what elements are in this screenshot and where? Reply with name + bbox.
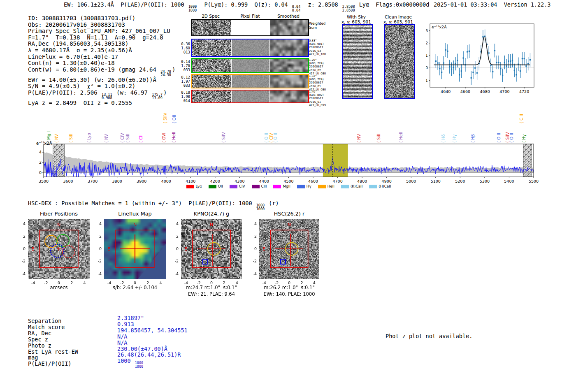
spec2d-right-label: Weighted Sum [309, 21, 335, 30]
svg-text:4: 4 [39, 150, 42, 154]
legend-label: Hγ [307, 184, 311, 188]
legend-label: CIII [261, 184, 267, 188]
spec2d-right-label: 1.40" (603, 892) 20200617 v016_01 427_LU… [309, 90, 335, 107]
clean-image-title: Clean Image [385, 14, 412, 19]
detection-info-block: ID: 3008831703 (3008831703.pdf)Obs: 2020… [28, 15, 175, 107]
svg-text:1: 1 [426, 53, 428, 58]
stacked-fraction: 10001000 [256, 204, 265, 211]
legend-item: (H)CaII [369, 184, 391, 188]
legend-item: (K)CaII [341, 184, 362, 188]
smoothed-image [270, 90, 308, 102]
match-row-label: Photo z [28, 343, 51, 349]
text-segment: 230.00(±47.00)Å [117, 346, 167, 352]
text-segment: λ = 4680.17Å σ = 2.35(±0.56)Å [28, 47, 132, 53]
spec2d-row [191, 58, 309, 73]
info-line: P(LAE)/P(OII): 2.506 13.110.908 (w: 46.9… [28, 90, 175, 100]
text-segment: P(Lyα): 0.999 Q(z): 0.04 [197, 1, 291, 8]
spec2d-right-label: 1.32" (600, 724) 20200617 v016_01 427_LU… [309, 74, 335, 91]
spec2d-row [191, 74, 309, 88]
svg-text:5000: 5000 [406, 179, 416, 183]
svg-text:2: 2 [39, 160, 42, 165]
text-segment: ) [163, 89, 167, 96]
legend-label: HeII [327, 184, 334, 188]
match-row-label: Spec z [28, 336, 48, 343]
info-line: ID: 3008831703 (3008831703.pdf) [28, 15, 175, 22]
text-segment: 194.856457, 54.304551 [117, 327, 188, 334]
stacked-fraction: 13.110.908 [102, 93, 112, 100]
text-segment: (r) [265, 200, 279, 206]
spec2d-row [191, 90, 309, 103]
cutout-title: HSC(26.2) r [274, 211, 305, 217]
match-row-value: 230.00(±47.00)Å [117, 346, 167, 352]
svg-text:4800: 4800 [357, 179, 367, 183]
svg-text:4500: 4500 [283, 179, 293, 183]
svg-text:5200: 5200 [455, 179, 465, 183]
line-fit-chart: -1012346404660468047004720e⁻¹⁷x2Å [426, 20, 538, 96]
match-row-value: 26.48(26.44,26.51)R [117, 352, 181, 358]
legend-swatch [252, 185, 260, 188]
svg-text:4720: 4720 [519, 89, 529, 94]
legend-label: Lyα [196, 184, 202, 188]
text-segment: 1000 [117, 357, 134, 364]
clean-image [384, 24, 415, 99]
text-segment: Obs: 20200617v016_3008831703 [28, 21, 125, 28]
legend-item: HeII [318, 184, 334, 188]
text-segment: Cont(w) = 6.80(±0.86)e-19 (gmag 24.64 [28, 66, 160, 73]
spec2d-image [192, 59, 231, 72]
svg-text:5400: 5400 [504, 179, 514, 183]
stacked-fraction: 24.7824.50 [160, 70, 171, 77]
axis-tick-label: 2 [93, 234, 102, 239]
legend-swatch [230, 185, 237, 188]
text-segment: F=1.7" T=0.138 N=1.11 A=0.90 g=24.8 [28, 34, 163, 41]
cutout-caption: arcsecs [50, 285, 67, 290]
pixelflat-image [232, 75, 269, 88]
svg-text:N: N [57, 222, 60, 227]
info-line: RA,Dec (194.856003,54.305138) [28, 41, 175, 47]
legend-label: (H)CaII [379, 184, 391, 188]
smoothed-image [270, 59, 308, 72]
stacked-fraction: 175.713.09 [152, 93, 163, 100]
svg-text:4000: 4000 [161, 179, 171, 183]
text-segment: EWr = 14.00(±5.30) (w: 26.00(±6.20))Å [28, 77, 156, 83]
legend-item: Lyα [186, 184, 202, 188]
info-line: S/N = 4.9(±0.5) χ² = 1.0(±0.2) [28, 83, 175, 90]
pixelflat-image [232, 59, 269, 72]
text-segment: 0.913 [117, 321, 134, 327]
photz-note: Phot z plot not available. [386, 333, 472, 339]
info-line: Cont(w) = 6.80(±0.86)e-19 (gmag 24.64 24… [28, 67, 175, 77]
cutout-caption: m:24.7 rc:1.0" s:0.1" [186, 285, 237, 290]
spec2d-left-label: 0.10 1.98 014 [174, 91, 190, 103]
match-row-value: 194.856457, 54.304551 [117, 327, 188, 334]
spec2d-image [192, 20, 231, 35]
legend-item: MgII [273, 184, 290, 188]
legend-label: OII [218, 184, 223, 188]
svg-text:4600: 4600 [308, 179, 318, 183]
elixer-detection-report: EW: 106.1±23.4Å P(LAE)/P(OII): 1000 1000… [0, 0, 576, 392]
smoothed-image [270, 20, 308, 35]
text-segment: 2.31897" [117, 315, 144, 321]
spec2d-image [192, 90, 231, 102]
legend-swatch [186, 185, 194, 188]
axis-tick-label: 0 [93, 246, 102, 251]
axis-tick-label: 2 [70, 281, 73, 285]
match-row-label: P(LAE)/P(OII) [28, 361, 72, 367]
svg-text:5300: 5300 [480, 179, 490, 183]
legend-swatch [341, 185, 349, 188]
axis-tick-label: -4 [93, 271, 102, 276]
stacked-fraction: 0.040.04 [292, 5, 300, 12]
full-spectrum-chart: 0243500360037003800390040004100420043004… [35, 140, 539, 185]
spec2d-left-label: 0.36 1.60 013 [174, 42, 190, 54]
axis-tick-label: -4 [107, 281, 111, 285]
spec2d-right-label: 1.20" (600, 724) 20200617 v016_02 427_LU… [309, 58, 335, 75]
svg-text:E: E [262, 246, 265, 252]
cutout-overlay: NE [259, 219, 319, 279]
text-segment: LyA z = 2.8499 OII z = 0.2555 [28, 100, 132, 106]
match-row-label: Separation [28, 318, 61, 324]
info-line: LyA z = 2.8499 OII z = 0.2555 [28, 100, 175, 107]
spec2d-left-label: 0.14 1.70 033 [174, 60, 190, 72]
legend-label: MgII [283, 184, 290, 188]
cutout-title: KPNO(24.7) g [194, 211, 229, 217]
stacked-fraction: 2.85082.8508 [342, 5, 355, 12]
axis-tick-label: -2 [249, 259, 257, 263]
legend-label: (K)CaII [351, 184, 362, 188]
